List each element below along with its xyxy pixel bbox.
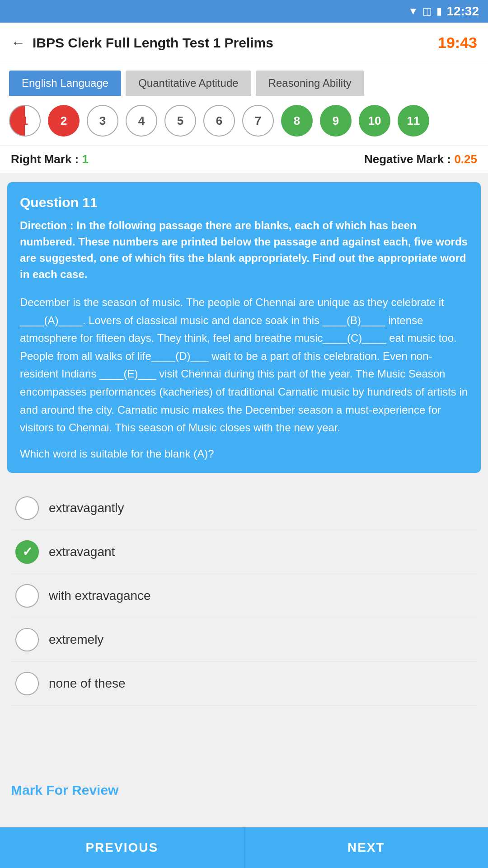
radio-C[interactable] [15, 584, 39, 608]
qnum-1[interactable]: 1 [9, 105, 41, 137]
header: ← IBPS Clerk Full Length Test 1 Prelims … [0, 23, 488, 63]
question-box: Question 11 Direction : In the following… [7, 182, 481, 473]
option-none-of-these[interactable]: none of these [11, 662, 477, 706]
radio-D[interactable] [15, 628, 39, 651]
option-text-A: extravagantly [49, 501, 124, 515]
option-with-extravagance[interactable]: with extravagance [11, 574, 477, 618]
radio-E[interactable] [15, 672, 39, 695]
battery-icon: ▮ [436, 5, 442, 17]
marks-row: Right Mark : 1 Negative Mark : 0.25 [0, 146, 488, 173]
option-text-D: extremely [49, 632, 103, 647]
passage-text: December is the season of music. The peo… [20, 293, 468, 437]
option-extravagantly[interactable]: extravagantly [11, 486, 477, 530]
qnum-3[interactable]: 3 [87, 105, 118, 137]
tabs-container: English Language Quantitative Aptitude R… [0, 63, 488, 96]
next-button[interactable]: NEXT [244, 827, 488, 868]
qnum-2[interactable]: 2 [48, 105, 80, 137]
tab-reasoning[interactable]: Reasoning Ability [256, 71, 364, 96]
radio-B[interactable]: ✓ [15, 540, 39, 564]
negative-mark-label: Negative Mark : 0.25 [364, 152, 477, 166]
option-text-E: none of these [49, 676, 126, 691]
mark-review-label[interactable]: Mark For Review [11, 783, 118, 797]
option-text-C: with extravagance [49, 589, 151, 603]
signal-icon: ◫ [422, 5, 432, 17]
back-button[interactable]: ← [11, 34, 25, 51]
wifi-icon: ▼ [408, 5, 418, 17]
status-bar: ▼ ◫ ▮ 12:32 [0, 0, 488, 23]
qnum-11[interactable]: 11 [398, 105, 429, 137]
option-extravagant[interactable]: ✓ extravagant [11, 530, 477, 574]
option-text-B: extravagant [49, 545, 115, 559]
status-icons: ▼ ◫ ▮ 12:32 [408, 4, 479, 19]
page-title: IBPS Clerk Full Length Test 1 Prelims [33, 35, 273, 51]
bottom-navigation: PREVIOUS NEXT [0, 827, 488, 868]
checkmark-icon: ✓ [22, 544, 33, 559]
qnum-8[interactable]: 8 [281, 105, 313, 137]
question-prompt: Which word is suitable for the blank (A)… [20, 448, 468, 460]
qnum-10[interactable]: 10 [359, 105, 390, 137]
qnum-4[interactable]: 4 [126, 105, 157, 137]
status-time: 12:32 [446, 4, 479, 19]
right-mark-value: 1 [82, 152, 88, 166]
qnum-6[interactable]: 6 [203, 105, 235, 137]
direction-text: Direction : In the following passage the… [20, 217, 468, 283]
previous-button[interactable]: PREVIOUS [0, 827, 244, 868]
qnum-9[interactable]: 9 [320, 105, 352, 137]
radio-A[interactable] [15, 496, 39, 520]
timer-display: 19:43 [438, 34, 477, 52]
options-container: extravagantly ✓ extravagant with extrava… [0, 482, 488, 710]
right-mark-label: Right Mark : 1 [11, 152, 89, 166]
tab-english[interactable]: English Language [9, 71, 121, 96]
option-extremely[interactable]: extremely [11, 618, 477, 662]
qnum-7[interactable]: 7 [242, 105, 274, 137]
question-numbers-row: 1 2 3 4 5 6 7 8 9 10 11 [0, 96, 488, 146]
question-number-label: Question 11 [20, 195, 468, 210]
qnum-5[interactable]: 5 [164, 105, 196, 137]
header-left: ← IBPS Clerk Full Length Test 1 Prelims [11, 34, 273, 51]
mark-review-section: Mark For Review [0, 764, 488, 807]
negative-mark-value: 0.25 [454, 152, 477, 166]
tab-quantitative[interactable]: Quantitative Aptitude [126, 71, 251, 96]
